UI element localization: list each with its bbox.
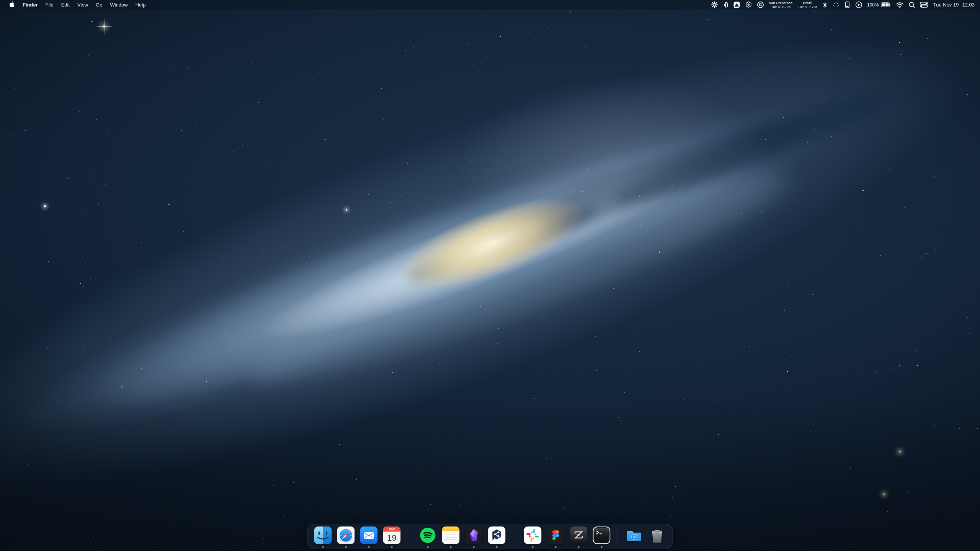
menu-window[interactable]: Window: [106, 0, 131, 10]
dock-item-figma[interactable]: [547, 526, 565, 544]
running-indicator: [345, 546, 347, 548]
menu-view[interactable]: View: [74, 0, 92, 10]
notes-icon: [442, 526, 460, 544]
running-indicator: [391, 546, 393, 548]
obsidian-icon: [465, 526, 483, 544]
menu-help[interactable]: Help: [132, 0, 150, 10]
wifi-icon[interactable]: [893, 0, 906, 10]
spotlight-search-icon[interactable]: [906, 0, 918, 10]
menu-bar: Finder File Edit View Go Window Help: [0, 0, 980, 10]
apple-menu[interactable]: [5, 0, 19, 10]
bluetooth-icon[interactable]: [820, 0, 830, 10]
running-indicator: [555, 546, 557, 548]
dock-item-mail[interactable]: [360, 526, 378, 544]
zed-icon: [570, 526, 588, 544]
iphone-mirroring-icon[interactable]: [842, 0, 853, 10]
apple-icon: [9, 1, 15, 9]
app-menu-finder[interactable]: Finder: [19, 0, 42, 10]
calendar-icon: NOV 19: [383, 526, 401, 544]
menu-bar-time: 12:03: [962, 2, 975, 8]
clip-pin-icon[interactable]: [720, 0, 731, 10]
running-indicator: [496, 546, 498, 548]
dock-item-slack[interactable]: [524, 526, 542, 544]
dock: NOV 19: [307, 524, 673, 549]
dock-item-safari[interactable]: [337, 526, 355, 544]
trash-empty-icon: [648, 526, 666, 544]
running-indicator: [368, 546, 370, 548]
menu-bar-clock[interactable]: Tue Nov 19 12:03: [930, 0, 976, 10]
dotted-ring-icon[interactable]: [830, 0, 842, 10]
dock-item-spotify[interactable]: [419, 526, 437, 544]
safari-icon: [337, 526, 355, 544]
starburst-icon[interactable]: [709, 0, 720, 10]
figma-icon: [547, 526, 565, 544]
now-playing-icon[interactable]: [853, 0, 865, 10]
finder-icon: [314, 526, 332, 544]
world-clock-time: Tue 8:03 AM: [798, 5, 817, 9]
dock-item-terminal[interactable]: [593, 526, 611, 544]
triangle-app-icon[interactable]: [731, 0, 743, 10]
dock-item-calendar[interactable]: NOV 19: [383, 526, 401, 544]
svg-text:19: 19: [387, 533, 396, 543]
running-indicator: [578, 546, 580, 548]
downloads-folder-icon: [626, 526, 643, 544]
world-clock-city: Brazil: [803, 1, 812, 5]
battery-indicator[interactable]: 100%: [865, 0, 893, 10]
menu-edit[interactable]: Edit: [57, 0, 74, 10]
slack-icon: [524, 526, 542, 544]
world-clock-brazil[interactable]: Brazil Tue 8:03 AM: [795, 0, 820, 10]
battery-percent: 100%: [867, 2, 879, 8]
battery-charging-icon: [881, 2, 891, 7]
terminal-icon: [593, 526, 611, 544]
dock-item-notes[interactable]: [442, 526, 460, 544]
running-indicator: [473, 546, 475, 548]
dock-panel: NOV 19: [307, 524, 673, 549]
svg-text:NOV: NOV: [389, 528, 395, 531]
desktop-wallpaper: [0, 0, 980, 551]
dock-separator: [618, 526, 618, 544]
running-indicator: [532, 546, 534, 548]
control-center-icon[interactable]: [918, 0, 930, 10]
menu-file[interactable]: File: [42, 0, 57, 10]
running-indicator: [322, 546, 324, 548]
dock-item-hexagon-share-app[interactable]: [488, 526, 506, 544]
dock-item-finder[interactable]: [314, 526, 332, 544]
world-clock-city: San Francisco: [769, 1, 793, 5]
dock-item-downloads[interactable]: [626, 526, 643, 544]
dock-item-obsidian[interactable]: [465, 526, 483, 544]
world-clock-san-francisco[interactable]: San Francisco Tue 4:03 AM: [766, 0, 795, 10]
hexagon-arrow-icon[interactable]: [743, 0, 755, 10]
hexagon-share-chat-icon: [488, 526, 506, 544]
svg-text:G: G: [759, 3, 762, 7]
spotify-icon: [419, 526, 437, 544]
dock-item-zed[interactable]: [570, 526, 588, 544]
running-indicator: [601, 546, 603, 548]
running-indicator: [427, 546, 429, 548]
menu-bar-date: Tue Nov 19: [933, 2, 959, 8]
dock-item-trash[interactable]: [648, 526, 666, 544]
menu-go[interactable]: Go: [92, 0, 106, 10]
world-clock-time: Tue 4:03 AM: [771, 5, 791, 9]
g-circle-icon[interactable]: G: [755, 0, 766, 10]
running-indicator: [450, 546, 452, 548]
mail-icon: [360, 526, 378, 544]
